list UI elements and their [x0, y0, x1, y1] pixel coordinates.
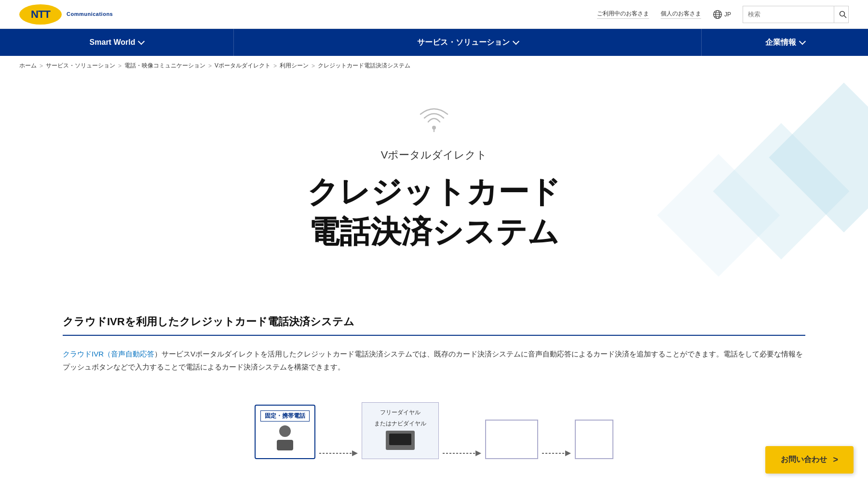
section-body: クラウドIVR（音声自動応答）サービスVポータルダイレクトを活用したクレジットカ… — [63, 347, 805, 373]
nav-label-smart-world: Smart World — [90, 38, 136, 47]
breadcrumb-sep: > — [273, 63, 277, 69]
breadcrumb-use-scene[interactable]: 利用シーン — [280, 62, 309, 70]
free-dial-box: フリーダイヤル またはナビダイヤル — [362, 402, 439, 459]
breadcrumb-home[interactable]: ホーム — [19, 62, 37, 70]
phone-type-label: 固定・携帯電話 — [260, 410, 310, 422]
breadcrumb-sep: > — [208, 63, 212, 69]
svg-marker-16 — [475, 450, 481, 456]
hero-title-line2: 電話決済システム — [309, 214, 559, 249]
search-icon — [839, 11, 847, 18]
arrow-right-2 — [439, 448, 485, 459]
svg-point-9 — [279, 425, 291, 437]
svg-marker-12 — [352, 450, 358, 456]
personal-customers-link[interactable]: 個人のお客さま — [661, 10, 701, 19]
nav-item-services[interactable]: サービス・ソリューション — [234, 29, 702, 56]
breadcrumb-sep: > — [118, 63, 122, 69]
language-selector[interactable]: JP — [713, 10, 731, 19]
breadcrumb: ホーム > サービス・ソリューション > 電話・映像コミュニケーション > Vポ… — [0, 56, 868, 76]
cloud-ivr-link[interactable]: クラウドIVR（音声自動応答 — [63, 350, 154, 358]
hero-title-line1: クレジットカード — [307, 174, 561, 209]
arrow-icon: > — [833, 455, 838, 459]
svg-point-5 — [840, 11, 845, 16]
logo[interactable]: NTT Communications — [19, 4, 113, 25]
breadcrumb-sep: > — [312, 63, 315, 69]
svg-rect-14 — [389, 434, 411, 445]
breadcrumb-sep: > — [40, 63, 43, 69]
chevron-down-icon — [138, 38, 145, 45]
globe-icon — [713, 10, 722, 19]
svg-rect-10 — [277, 440, 293, 450]
chevron-down-icon — [799, 38, 805, 45]
existing-customers-link[interactable]: ご利用中のお客さま — [597, 10, 649, 19]
svg-line-6 — [844, 15, 847, 18]
broadcast-icon — [415, 105, 453, 133]
company-line1: Communications — [67, 11, 113, 17]
search-box — [743, 6, 849, 23]
navi-dial-label: またはナビダイヤル — [370, 420, 431, 428]
company-name: Communications — [67, 11, 113, 17]
diagram-area: 固定・携帯電話 フリーダイヤル またはナビダイヤル — [0, 393, 868, 459]
hero-subtitle: Vポータルダイレクト — [0, 148, 868, 162]
breadcrumb-current: クレジットカード電話決済システム — [318, 62, 410, 70]
free-dial-label: フリーダイヤル — [370, 409, 431, 417]
hero-section: Vポータルダイレクト クレジットカード 電話決済システム — [0, 76, 868, 290]
header-right: ご利用中のお客さま 個人のお客さま JP — [597, 6, 849, 23]
section-title: クラウドIVRを利用したクレジットカード電話決済システム — [63, 315, 805, 336]
ntt-oval: NTT — [19, 4, 62, 25]
nav-label-company: 企業情報 — [765, 38, 796, 48]
ivr-link-text: 音声自動応答 — [111, 350, 154, 358]
diagram-phone-box: 固定・携帯電話 — [255, 405, 315, 459]
search-button[interactable] — [834, 6, 852, 23]
contact-button[interactable]: お問い合わせ > — [765, 446, 854, 459]
main-nav: Smart World サービス・ソリューション 企業情報 — [0, 29, 868, 56]
site-header: NTT Communications ご利用中のお客さま 個人のお客さま JP — [0, 0, 868, 29]
search-input[interactable] — [743, 6, 834, 23]
breadcrumb-services[interactable]: サービス・ソリューション — [46, 62, 115, 70]
arrow-right-3 — [538, 448, 575, 459]
breadcrumb-phone-video[interactable]: 電話・映像コミュニケーション — [124, 62, 205, 70]
hero-title: クレジットカード 電話決済システム — [0, 172, 868, 252]
nav-item-smart-world[interactable]: Smart World — [0, 29, 234, 56]
person-icon — [273, 424, 297, 453]
main-section: クラウドIVRを利用したクレジットカード電話決済システム クラウドIVR（音声自… — [0, 290, 868, 393]
svg-marker-18 — [565, 450, 571, 456]
ntt-text: NTT — [31, 8, 50, 21]
nav-item-company[interactable]: 企業情報 — [702, 29, 868, 56]
arrow-right-1 — [315, 448, 362, 459]
contact-label: お問い合わせ — [781, 455, 827, 459]
lang-label: JP — [724, 11, 731, 18]
breadcrumb-vportal[interactable]: Vポータルダイレクト — [215, 62, 271, 70]
nav-label-services: サービス・ソリューション — [417, 38, 510, 48]
chevron-down-icon — [512, 38, 519, 45]
diagram-box-4 — [575, 420, 613, 459]
diagram-box-3 — [485, 420, 538, 459]
